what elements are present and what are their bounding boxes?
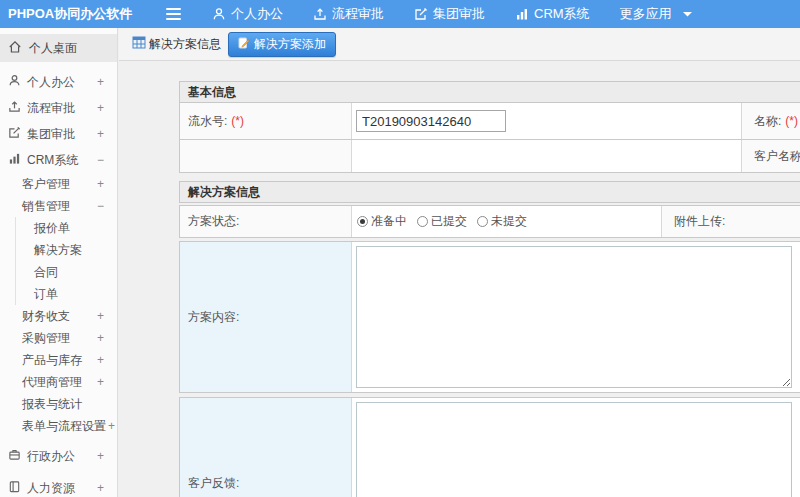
sidebar-item-admin-office[interactable]: 行政办公 + bbox=[0, 443, 117, 469]
attachment-label: 附件上传: bbox=[674, 213, 725, 230]
nav-workflow-approval[interactable]: 流程审批 bbox=[298, 0, 399, 28]
section-header-solution-info: 解决方案信息 bbox=[179, 181, 800, 203]
button-label: 解决方案添加 bbox=[254, 36, 326, 53]
expand-icon[interactable]: + bbox=[95, 375, 104, 389]
sidebar-item-form-flow-settings[interactable]: 表单与流程设置 + bbox=[0, 415, 117, 437]
expand-icon[interactable]: + bbox=[95, 101, 104, 115]
radio-label: 已提交 bbox=[431, 213, 467, 230]
collapse-icon[interactable]: − bbox=[95, 199, 104, 213]
serial-label-cell: 流水号: (*) bbox=[180, 103, 352, 139]
sidebar-item-label: 报表与统计 bbox=[22, 396, 104, 413]
sidebar-item-sales-mgmt[interactable]: 销售管理 − bbox=[0, 195, 117, 217]
expand-icon[interactable]: + bbox=[95, 481, 104, 495]
sidebar-item-personal-office[interactable]: 个人办公 + bbox=[0, 69, 117, 95]
radio-icon[interactable] bbox=[477, 216, 488, 227]
radio-preparing[interactable]: 准备中 bbox=[357, 213, 407, 230]
sidebar-item-hr[interactable]: 人力资源 + bbox=[0, 475, 117, 497]
expand-icon[interactable]: + bbox=[95, 75, 104, 89]
sidebar-item-label: CRM系统 bbox=[27, 152, 89, 169]
user-icon bbox=[212, 7, 226, 21]
radio-icon[interactable] bbox=[417, 216, 428, 227]
status-label: 方案状态: bbox=[188, 213, 239, 230]
sales-submenu: 报价单 解决方案 合同 订单 bbox=[15, 217, 117, 305]
top-nav: 个人办公 流程审批 集团审批 CRM系统 更多应用 bbox=[197, 0, 707, 28]
section-header-basic-info: 基本信息 bbox=[179, 81, 800, 103]
sidebar-item-crm-system[interactable]: CRM系统 − bbox=[0, 147, 117, 173]
sidebar: 个人桌面 个人办公 + 流程审批 + 集团审批 + CRM系统 − 客户管理 +… bbox=[0, 28, 118, 497]
nav-group-approval[interactable]: 集团审批 bbox=[399, 0, 500, 28]
sidebar-item-order[interactable]: 订单 bbox=[16, 283, 117, 305]
solution-content-textarea[interactable] bbox=[356, 246, 792, 388]
expand-icon[interactable]: + bbox=[95, 177, 104, 191]
customer-name-label-cell: 客户名称: (*) bbox=[742, 140, 800, 172]
book-icon bbox=[8, 480, 21, 496]
sidebar-item-label: 订单 bbox=[34, 286, 117, 303]
radio-label: 未提交 bbox=[491, 213, 527, 230]
expand-icon[interactable]: + bbox=[95, 353, 104, 367]
sidebar-item-finance[interactable]: 财务收支 + bbox=[0, 305, 117, 327]
sidebar-item-label: 报价单 bbox=[34, 220, 117, 237]
sidebar-item-reports-stats[interactable]: 报表与统计 bbox=[0, 393, 117, 415]
home-icon bbox=[8, 40, 22, 57]
serial-number-input[interactable] bbox=[356, 110, 506, 132]
workflow-icon bbox=[313, 7, 327, 21]
expand-icon[interactable]: + bbox=[95, 127, 104, 141]
nav-crm-system[interactable]: CRM系统 bbox=[500, 0, 605, 28]
sidebar-item-purchase-mgmt[interactable]: 采购管理 + bbox=[0, 327, 117, 349]
sidebar-item-solution[interactable]: 解决方案 bbox=[16, 239, 117, 261]
required-mark: (*) bbox=[785, 114, 798, 128]
radio-not-submitted[interactable]: 未提交 bbox=[477, 213, 527, 230]
content-row: 方案内容: bbox=[179, 241, 800, 393]
content-label-cell: 方案内容: bbox=[180, 242, 352, 392]
nav-personal-office[interactable]: 个人办公 bbox=[197, 0, 298, 28]
customer-name-label: 客户名称: bbox=[754, 148, 800, 165]
sidebar-item-label: 代理商管理 bbox=[22, 374, 95, 391]
empty-input-cell bbox=[352, 140, 742, 172]
collapse-icon[interactable]: − bbox=[95, 153, 104, 167]
radio-label: 准备中 bbox=[371, 213, 407, 230]
customer-feedback-textarea[interactable] bbox=[356, 402, 792, 497]
status-label-cell: 方案状态: bbox=[180, 206, 352, 237]
sidebar-item-label: 解决方案 bbox=[34, 242, 117, 259]
main-area: 解决方案信息 解决方案添加 基本信息 流水号: (*) 名称: (*) bbox=[119, 28, 800, 497]
sidebar-item-agent-mgmt[interactable]: 代理商管理 + bbox=[0, 371, 117, 393]
radio-selected-icon[interactable] bbox=[357, 216, 368, 227]
sidebar-item-contract[interactable]: 合同 bbox=[16, 261, 117, 283]
sidebar-item-label: 产品与库存 bbox=[22, 352, 95, 369]
basic-info-row-1: 流水号: (*) 名称: (*) bbox=[179, 103, 800, 140]
sidebar-item-customer-mgmt[interactable]: 客户管理 + bbox=[0, 173, 117, 195]
nav-label: 更多应用 bbox=[620, 5, 672, 23]
feedback-row: 客户反馈: bbox=[179, 397, 800, 497]
sidebar-item-label: 人力资源 bbox=[27, 480, 89, 497]
status-radio-group: 准备中 已提交 未提交 bbox=[357, 213, 527, 230]
caret-down-icon bbox=[683, 11, 692, 17]
empty-label-cell bbox=[180, 140, 352, 172]
tab-solution-info[interactable]: 解决方案信息 bbox=[132, 36, 221, 53]
name-label: 名称: bbox=[754, 113, 781, 130]
expand-icon[interactable]: + bbox=[106, 419, 115, 433]
sidebar-item-group-approval[interactable]: 集团审批 + bbox=[0, 121, 117, 147]
tab-bar: 解决方案信息 解决方案添加 bbox=[119, 28, 800, 61]
sidebar-item-label: 合同 bbox=[34, 264, 117, 281]
expand-icon[interactable]: + bbox=[95, 309, 104, 323]
sidebar-item-label: 集团审批 bbox=[27, 126, 89, 143]
nav-more-apps[interactable]: 更多应用 bbox=[605, 0, 707, 28]
name-label-cell: 名称: (*) bbox=[742, 103, 800, 139]
sidebar-item-label: 客户管理 bbox=[22, 176, 95, 193]
sidebar-item-label: 流程审批 bbox=[27, 100, 89, 117]
tab-solution-add-button[interactable]: 解决方案添加 bbox=[228, 32, 336, 57]
nav-label: CRM系统 bbox=[534, 5, 590, 23]
feedback-label-cell: 客户反馈: bbox=[180, 398, 352, 497]
top-bar: PHPOA协同办公软件 个人办公 流程审批 集团审批 CRM系统 更多应用 bbox=[0, 0, 800, 28]
expand-icon[interactable]: + bbox=[95, 331, 104, 345]
expand-icon[interactable]: + bbox=[95, 449, 104, 463]
radio-submitted[interactable]: 已提交 bbox=[417, 213, 467, 230]
sidebar-item-workflow-approval[interactable]: 流程审批 + bbox=[0, 95, 117, 121]
serial-label: 流水号: bbox=[188, 113, 227, 130]
hamburger-menu-icon[interactable] bbox=[166, 8, 181, 20]
status-row: 方案状态: 准备中 已提交 未提交 bbox=[179, 205, 800, 238]
sidebar-item-quotation[interactable]: 报价单 bbox=[16, 217, 117, 239]
sidebar-item-product-stock[interactable]: 产品与库存 + bbox=[0, 349, 117, 371]
sidebar-item-label: 采购管理 bbox=[22, 330, 95, 347]
sidebar-item-desktop[interactable]: 个人桌面 bbox=[0, 34, 117, 62]
